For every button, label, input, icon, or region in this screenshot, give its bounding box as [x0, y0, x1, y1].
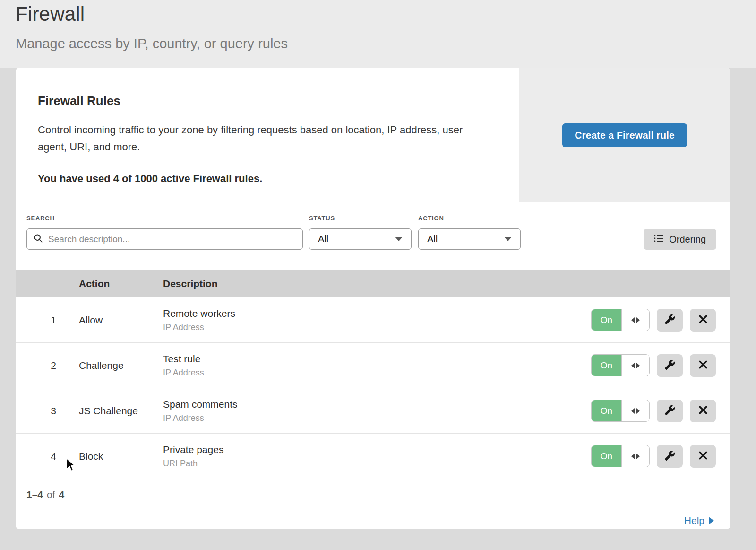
status-label: STATUS: [309, 215, 335, 222]
rule-controls: On: [591, 354, 730, 377]
edit-rule-button[interactable]: [657, 354, 683, 377]
rule-match-type: IP Address: [163, 368, 591, 378]
wrench-icon: [664, 314, 675, 326]
pagination-range: 1–4: [26, 489, 43, 500]
rule-match-type: IP Address: [163, 323, 591, 332]
wrench-icon: [664, 450, 675, 463]
card-description: Control incoming traffic to your zone by…: [38, 122, 487, 156]
close-icon: [698, 405, 708, 416]
action-select[interactable]: All: [418, 228, 521, 250]
page-title: Firewall: [16, 3, 288, 26]
delete-rule-button[interactable]: [690, 309, 716, 332]
card-footer: Help: [16, 510, 730, 529]
rule-enabled-toggle[interactable]: On: [591, 400, 650, 422]
rule-match-type: IP Address: [163, 413, 591, 423]
toggle-arrows-icon: [621, 309, 649, 331]
rule-action: JS Challenge: [56, 405, 163, 417]
table-row: 1 Allow Remote workers IP Address On: [16, 297, 730, 343]
rule-controls: On: [591, 309, 730, 332]
edit-rule-button[interactable]: [657, 309, 683, 332]
pagination: 1–4 of 4: [16, 479, 730, 510]
pagination-of: of: [47, 489, 55, 500]
delete-rule-button[interactable]: [690, 354, 716, 377]
close-icon: [698, 314, 708, 325]
rule-description: Spam comments: [163, 399, 591, 410]
status-select[interactable]: All: [309, 228, 412, 250]
ordering-label: Ordering: [669, 234, 706, 245]
status-selected-value: All: [318, 234, 328, 244]
rule-controls: On: [591, 445, 730, 468]
page-header: Firewall Manage access by IP, country, o…: [16, 3, 288, 52]
rule-description-cell: Private pages URI Path: [163, 444, 591, 469]
rule-description-cell: Spam comments IP Address: [163, 399, 591, 423]
table-row: 3 JS Challenge Spam comments IP Address …: [16, 388, 730, 434]
rule-enabled-toggle[interactable]: On: [591, 445, 650, 467]
rule-enabled-toggle[interactable]: On: [591, 309, 650, 331]
rule-action: Challenge: [56, 360, 163, 371]
search-input-wrap: [26, 228, 303, 250]
rule-description-cell: Remote workers IP Address: [163, 308, 591, 332]
chevron-down-icon: [395, 237, 403, 241]
rule-description: Test rule: [163, 353, 591, 365]
pagination-total: 4: [59, 489, 65, 500]
delete-rule-button[interactable]: [690, 445, 716, 468]
ordering-button[interactable]: Ordering: [644, 229, 716, 250]
search-label: SEARCH: [26, 215, 55, 222]
column-action: Action: [56, 278, 163, 289]
arrow-right-icon: [709, 517, 714, 524]
rule-enabled-toggle[interactable]: On: [591, 354, 650, 376]
toggle-on-label: On: [592, 309, 621, 331]
table-row: 4 Block Private pages URI Path On: [16, 434, 730, 479]
table-body: 1 Allow Remote workers IP Address On: [16, 297, 730, 479]
create-firewall-rule-button[interactable]: Create a Firewall rule: [562, 123, 687, 147]
wrench-icon: [664, 359, 675, 372]
close-icon: [698, 451, 708, 462]
card-cta-panel: Create a Firewall rule: [519, 68, 730, 202]
filters-bar: SEARCH STATUS All ACTION All: [16, 202, 730, 270]
rule-action: Block: [56, 451, 163, 462]
table-row: 2 Challenge Test rule IP Address On: [16, 343, 730, 388]
rule-number: 3: [16, 405, 56, 417]
toggle-on-label: On: [592, 400, 621, 421]
chevron-down-icon: [504, 237, 512, 241]
toggle-arrows-icon: [621, 400, 649, 421]
toggle-arrows-icon: [621, 445, 649, 467]
action-label: ACTION: [418, 215, 444, 222]
toggle-arrows-icon: [621, 355, 649, 376]
card-heading: Firewall Rules: [38, 94, 498, 108]
rule-controls: On: [591, 400, 730, 422]
close-icon: [698, 360, 708, 371]
action-selected-value: All: [427, 234, 438, 244]
help-link[interactable]: Help: [684, 515, 714, 526]
page-subtitle: Manage access by IP, country, or query r…: [16, 36, 288, 52]
edit-rule-button[interactable]: [657, 400, 683, 422]
table-header: Action Description: [16, 270, 730, 297]
help-label: Help: [684, 515, 704, 526]
usage-note: You have used 4 of 1000 active Firewall …: [38, 173, 498, 185]
edit-rule-button[interactable]: [657, 445, 683, 468]
list-icon: [654, 234, 663, 245]
column-description: Description: [163, 278, 730, 289]
card-top-section: Firewall Rules Control incoming traffic …: [16, 68, 730, 202]
rule-description: Remote workers: [163, 308, 591, 319]
rule-description: Private pages: [163, 444, 591, 455]
rule-number: 1: [16, 314, 56, 326]
rule-match-type: URI Path: [163, 459, 591, 469]
rule-description-cell: Test rule IP Address: [163, 353, 591, 378]
card-intro: Firewall Rules Control incoming traffic …: [16, 68, 519, 202]
firewall-rules-card: Firewall Rules Control incoming traffic …: [16, 68, 730, 529]
wrench-icon: [664, 405, 675, 417]
toggle-on-label: On: [592, 355, 621, 376]
rule-number: 2: [16, 360, 56, 371]
toggle-on-label: On: [592, 445, 621, 467]
search-icon: [34, 234, 43, 245]
rule-action: Allow: [56, 314, 163, 326]
search-input[interactable]: [48, 234, 296, 244]
delete-rule-button[interactable]: [690, 400, 716, 422]
rule-number: 4: [16, 451, 56, 462]
